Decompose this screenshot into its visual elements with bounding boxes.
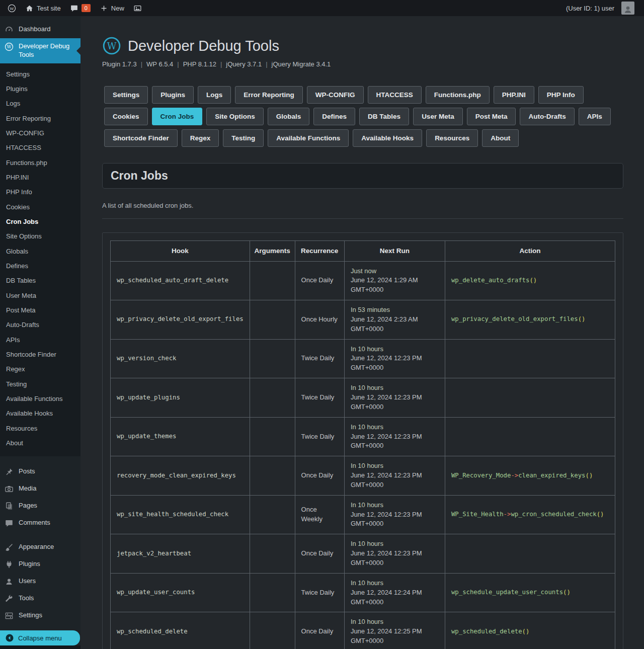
tab-cookies[interactable]: Cookies (104, 108, 148, 125)
table-header-row: HookArgumentsRecurrenceNext RunAction (111, 241, 615, 262)
sidebar-subitem-shortcode-finder[interactable]: Shortcode Finder (0, 347, 80, 362)
tab-about[interactable]: About (482, 129, 519, 147)
sidebar-item-media[interactable]: Media (0, 480, 80, 498)
sidebar-subitem-regex[interactable]: Regex (0, 362, 80, 376)
sidebar-subitem-testing[interactable]: Testing (0, 377, 80, 391)
tab-db-tables[interactable]: DB Tables (359, 108, 409, 125)
tab-user-meta[interactable]: User Meta (413, 108, 463, 125)
menu-label: Media (19, 484, 36, 493)
sidebar-subitem-globals[interactable]: Globals (0, 244, 80, 259)
next-run-cell: In 53 minutesJune 12, 2024 2:23 AM GMT+0… (344, 300, 445, 340)
section-header: Cron Jobs (102, 163, 623, 189)
tab-php-ini[interactable]: PHP.INI (494, 86, 534, 104)
sidebar-subitem-post-meta[interactable]: Post Meta (0, 303, 80, 317)
admin-sidebar: Dashboard W Developer Debug Tools Settin… (0, 16, 80, 649)
dashboard-icon (5, 25, 14, 34)
tab-shortcode-finder[interactable]: Shortcode Finder (104, 129, 178, 147)
tools-icon (5, 594, 14, 603)
hook-name: wp_site_health_scheduled_check (117, 511, 228, 518)
svg-text:W: W (10, 6, 14, 11)
tab-available-hooks[interactable]: Available Hooks (353, 129, 422, 147)
comments-link[interactable]: 0 (65, 0, 95, 16)
tab-plugins[interactable]: Plugins (152, 86, 194, 104)
sidebar-item-dashboard[interactable]: Dashboard (0, 21, 80, 38)
tab-post-meta[interactable]: Post Meta (467, 108, 516, 125)
tab-cron-jobs[interactable]: Cron Jobs (152, 108, 203, 125)
wp-logo-button[interactable]: W (3, 0, 21, 16)
meta-separator: | (220, 60, 222, 68)
tab-regex[interactable]: Regex (182, 129, 219, 147)
cron-row: wp_site_health_scheduled_checkOnce Weekl… (111, 495, 615, 534)
tab-functions-php[interactable]: Functions.php (426, 86, 490, 104)
tab-auto-drafts[interactable]: Auto-Drafts (520, 108, 574, 125)
sidebar-subitem-functions-php[interactable]: Functions.php (0, 155, 80, 170)
next-run-date: June 12, 2024 12:23 PM GMT+0000 (351, 549, 439, 568)
sidebar-subitem-php-ini[interactable]: PHP.INI (0, 170, 80, 185)
sidebar-item-plugins[interactable]: Plugins (0, 556, 80, 573)
menu-label: Appearance (19, 543, 54, 551)
meta-item: PHP 8.1.12 (183, 60, 216, 68)
picture-icon (133, 4, 142, 13)
arguments-cell (250, 378, 295, 418)
sidebar-subitem-php-info[interactable]: PHP Info (0, 185, 80, 199)
tab-php-info[interactable]: PHP Info (538, 86, 584, 104)
sidebar-item-settings[interactable]: Settings (0, 607, 80, 624)
tab-globals[interactable]: Globals (268, 108, 310, 125)
new-content-button[interactable]: New (95, 0, 129, 16)
sidebar-subitem-cron-jobs[interactable]: Cron Jobs (0, 214, 80, 229)
section-description: A list of all scheduled cron jobs. (102, 202, 623, 209)
hook-cell: wp_site_health_scheduled_check (111, 495, 250, 534)
site-name-link[interactable]: Test site (21, 0, 65, 16)
sidebar-subitem-available-functions[interactable]: Available Functions (0, 391, 80, 406)
page: W Test site 0 New (User ID: 1) user (0, 0, 644, 649)
sidebar-subitem-defines[interactable]: Defines (0, 259, 80, 273)
hook-cell: jetpack_v2_heartbeat (111, 534, 250, 574)
sidebar-subitem-apis[interactable]: APIs (0, 333, 80, 347)
action-cell (445, 378, 615, 418)
sidebar-item-posts[interactable]: Posts (0, 463, 80, 480)
next-run-cell: In 10 hoursJune 12, 2024 12:23 PM GMT+00… (344, 339, 445, 378)
sidebar-subitem-db-tables[interactable]: DB Tables (0, 273, 80, 288)
sidebar-subitem-user-meta[interactable]: User Meta (0, 288, 80, 303)
tab-apis[interactable]: APIs (579, 108, 611, 125)
sidebar-subitem-resources[interactable]: Resources (0, 421, 80, 436)
sidebar-subitem-htaccess[interactable]: HTACCESS (0, 140, 80, 155)
tab-logs[interactable]: Logs (198, 86, 231, 104)
next-run-date: June 12, 2024 2:23 AM GMT+0000 (351, 315, 439, 334)
sidebar-subitem-auto-drafts[interactable]: Auto-Drafts (0, 317, 80, 332)
sidebar-subitem-logs[interactable]: Logs (0, 96, 80, 111)
sidebar-item-appearance[interactable]: Appearance (0, 539, 80, 556)
sidebar-subitem-cookies[interactable]: Cookies (0, 200, 80, 214)
account-menu[interactable]: (User ID: 1) user (561, 0, 639, 16)
tab-wp-config[interactable]: WP-CONFIG (307, 86, 364, 104)
sidebar-subitem-plugins[interactable]: Plugins (0, 82, 80, 96)
tab-htaccess[interactable]: HTACCESS (368, 86, 422, 104)
sidebar-item-tools[interactable]: Tools (0, 590, 80, 607)
tab-testing[interactable]: Testing (223, 129, 264, 147)
sidebar-subitem-about[interactable]: About (0, 436, 80, 450)
sidebar-subitem-wp-config[interactable]: WP-CONFIG (0, 126, 80, 140)
next-run-relative: Just now (351, 267, 439, 276)
sidebar-item-pages[interactable]: Pages (0, 498, 80, 515)
table-body: wp_scheduled_auto_draft_deleteOnce Daily… (111, 261, 615, 649)
tab-error-reporting[interactable]: Error Reporting (235, 86, 303, 104)
tab-defines[interactable]: Defines (313, 108, 355, 125)
sidebar-item-users[interactable]: Users (0, 573, 80, 590)
next-run-cell: In 10 hoursJune 12, 2024 12:23 PM GMT+00… (344, 378, 445, 418)
sidebar-item-comments[interactable]: Comments (0, 515, 80, 532)
tab-settings[interactable]: Settings (104, 86, 148, 104)
sidebar-subitem-available-hooks[interactable]: Available Hooks (0, 406, 80, 421)
media-toolbar-button[interactable] (129, 0, 146, 16)
tab-resources[interactable]: Resources (426, 129, 478, 147)
hook-cell: wp_scheduled_delete (111, 612, 250, 649)
sidebar-subitem-site-options[interactable]: Site Options (0, 229, 80, 244)
sidebar-subitem-settings[interactable]: Settings (0, 67, 80, 82)
sidebar-item-developer-debug-tools[interactable]: W Developer Debug Tools (0, 38, 80, 63)
tab-site-options[interactable]: Site Options (206, 108, 264, 125)
sidebar-subitem-error-reporting[interactable]: Error Reporting (0, 111, 80, 126)
collapse-menu-button[interactable]: Collapse menu (0, 630, 80, 645)
next-run-date: June 12, 2024 12:23 PM GMT+0000 (351, 510, 439, 529)
plugin-menu-label: Developer Debug Tools (19, 42, 76, 59)
tab-available-functions[interactable]: Available Functions (268, 129, 349, 147)
next-run-date: June 12, 2024 12:23 PM GMT+0000 (351, 432, 439, 451)
